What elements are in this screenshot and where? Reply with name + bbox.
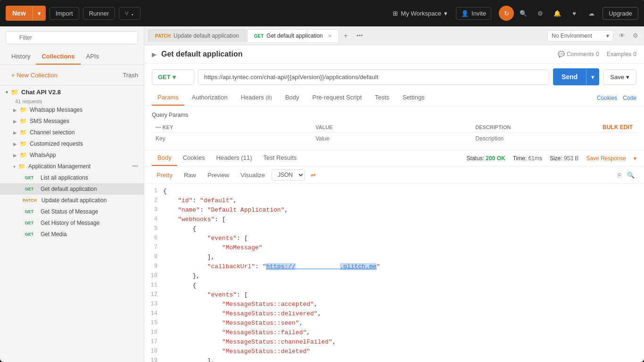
environment-select[interactable]: No Environment ▾ [547, 30, 613, 41]
send-button[interactable]: Send ▾ [553, 68, 599, 85]
more-icon[interactable]: ••• [132, 163, 138, 170]
req-nav-tabs: Params Authorization Headers (8) Body Pr… [144, 90, 644, 106]
endpoint-get-status-of-message[interactable]: GET Get Status of Message [0, 206, 144, 217]
collapse-arrow-icon[interactable]: ▶ [152, 51, 157, 58]
sync-icon[interactable]: ↻ [499, 6, 514, 21]
code-line-18: 18 "MessageStatus::deleted" [144, 348, 644, 357]
req-tab-pre-request-script[interactable]: Pre-request Script [307, 90, 368, 106]
main-content: 🔍 History Collections APIs + New Collect… [0, 26, 644, 362]
tab-collections[interactable]: Collections [36, 49, 80, 65]
tab-label: Get default application [266, 33, 322, 39]
invite-button[interactable]: 👤 Invite [456, 7, 491, 20]
tab-close-icon[interactable]: ✕ [328, 33, 332, 39]
value-input[interactable] [315, 135, 468, 142]
format-type-select[interactable]: JSON XML HTML [272, 169, 305, 181]
workspace-button[interactable]: ⊞ My Workspace ▾ [388, 8, 452, 19]
tab-update-default-application[interactable]: PATCH Update default application [148, 29, 246, 42]
code-line-10: 10 }, [144, 272, 644, 282]
res-tab-body[interactable]: Body [152, 150, 177, 166]
cloud-icon[interactable]: ☁ [584, 6, 599, 21]
tab-more-button[interactable]: ••• [353, 30, 367, 41]
comments-button[interactable]: 💬 Comments 0 [558, 51, 599, 58]
env-settings-icon[interactable]: ⚙ [631, 30, 640, 41]
settings-icon[interactable]: ⚙ [533, 6, 548, 21]
chevron-right-icon: ▶ [13, 141, 17, 147]
tab-history[interactable]: History [6, 49, 36, 65]
tab-add-button[interactable]: + [340, 30, 352, 42]
sidebar-item-whatsapp[interactable]: ▶ 📁 WhatsApp [0, 149, 144, 161]
tab-apis[interactable]: APIs [81, 49, 105, 65]
endpoint-update-default-application[interactable]: PATCH Update default application [0, 195, 144, 206]
fmt-tab-visualize[interactable]: Visualize [236, 170, 270, 181]
code-area[interactable]: 1 { 2 "id": "default", 3 "name": "Defaul… [144, 184, 644, 362]
new-button-arrow[interactable]: ▾ [33, 6, 46, 21]
sidebar-item-channel-selection[interactable]: ▶ 📁 Channel selection [0, 127, 144, 138]
res-tab-headers[interactable]: Headers (11) [211, 150, 258, 166]
examples-button[interactable]: Examples 0 [607, 51, 636, 58]
endpoint-get-default-application[interactable]: GET Get default application [0, 183, 144, 195]
new-button-label[interactable]: New [6, 6, 33, 21]
new-button[interactable]: New ▾ [6, 6, 46, 21]
comments-label: Comments [567, 51, 594, 58]
grid-icon: ⊞ [393, 10, 398, 17]
upgrade-button[interactable]: Upgrade [603, 7, 638, 20]
url-input[interactable] [198, 69, 549, 85]
copy-icon[interactable]: ⎘ [616, 170, 623, 181]
fmt-tab-raw[interactable]: Raw [179, 170, 201, 181]
send-button-arrow[interactable]: ▾ [586, 68, 599, 85]
endpoint-list-all-applications[interactable]: GET List all applications [0, 172, 144, 183]
code-line-6: 6 "events": [ [144, 235, 644, 244]
env-eye-icon[interactable]: 👁 [617, 30, 627, 41]
comments-count: 0 [596, 51, 599, 58]
req-tab-authorization[interactable]: Authorization [186, 90, 233, 106]
folder-icon: 📁 [20, 129, 27, 136]
endpoint-get-history-of-message[interactable]: GET Get History of Message [0, 217, 144, 229]
url-bar: GET ▾ Send ▾ Save ▾ [144, 64, 644, 90]
new-collection-button[interactable]: + New Collection [6, 68, 63, 82]
word-wrap-icon[interactable]: ⇌ [311, 172, 316, 179]
sidebar-item-customized-requests[interactable]: ▶ 📁 Customized requests [0, 138, 144, 149]
search-code-icon[interactable]: 🔍 [625, 170, 636, 181]
method-chevron-icon: ▾ [173, 74, 176, 81]
save-response-arrow[interactable]: ▾ [634, 155, 636, 162]
tab-get-default-application[interactable]: GET Get default application ✕ [247, 29, 339, 42]
sidebar-item-sms-messages[interactable]: ▶ 📁 SMS Messages [0, 115, 144, 127]
endpoint-get-media[interactable]: GET Get Media [0, 229, 144, 240]
bulk-edit-button[interactable]: Bulk Edit [603, 124, 633, 131]
code-link[interactable]: Code [623, 95, 636, 101]
req-tab-body[interactable]: Body [280, 90, 305, 106]
search-nav-icon[interactable]: 🔍 [516, 6, 531, 21]
fmt-tab-pretty[interactable]: Pretty [152, 170, 177, 181]
th-more-icon[interactable]: ••• [156, 124, 161, 130]
req-tab-settings[interactable]: Settings [397, 90, 430, 106]
bell-icon[interactable]: 🔔 [550, 6, 565, 21]
workspace-label: My Workspace [401, 10, 441, 17]
chevron-down-icon: ▾ [13, 164, 16, 169]
send-button-label[interactable]: Send [553, 68, 586, 85]
key-input[interactable] [156, 135, 308, 142]
sidebar-item-application-management[interactable]: ▾ 📁 Application Management ••• [0, 161, 144, 172]
workspace-chevron: ▾ [444, 10, 447, 17]
res-tab-test-results[interactable]: Test Results [257, 150, 302, 166]
req-tab-tests[interactable]: Tests [369, 90, 395, 106]
method-select[interactable]: GET ▾ [152, 69, 194, 85]
chevron-right-icon: ▶ [13, 153, 17, 158]
save-button[interactable]: Save ▾ [603, 69, 636, 85]
save-response-button[interactable]: Save Response [586, 155, 626, 162]
fork-button[interactable]: ⑂ ▾ [119, 7, 140, 20]
heart-icon[interactable]: ♥ [567, 6, 582, 21]
description-input[interactable] [475, 135, 633, 142]
cookies-link[interactable]: Cookies [597, 95, 617, 101]
res-tab-cookies[interactable]: Cookies [177, 150, 211, 166]
folder-icon: 📁 [20, 152, 27, 158]
collection-header[interactable]: ▾ 📁 Chat API V2.8 [0, 86, 144, 99]
trash-button[interactable]: Trash [123, 72, 138, 79]
search-input[interactable] [6, 31, 138, 44]
req-tab-params[interactable]: Params [152, 90, 184, 106]
runner-button[interactable]: Runner [83, 7, 116, 20]
sidebar-item-whatsapp-messages[interactable]: ▶ 📁 Whatsapp Messages [0, 104, 144, 115]
import-button[interactable]: Import [50, 7, 79, 20]
fmt-tab-preview[interactable]: Preview [203, 170, 234, 181]
chevron-right-icon: ▶ [13, 107, 17, 113]
req-tab-headers[interactable]: Headers (8) [235, 90, 278, 106]
